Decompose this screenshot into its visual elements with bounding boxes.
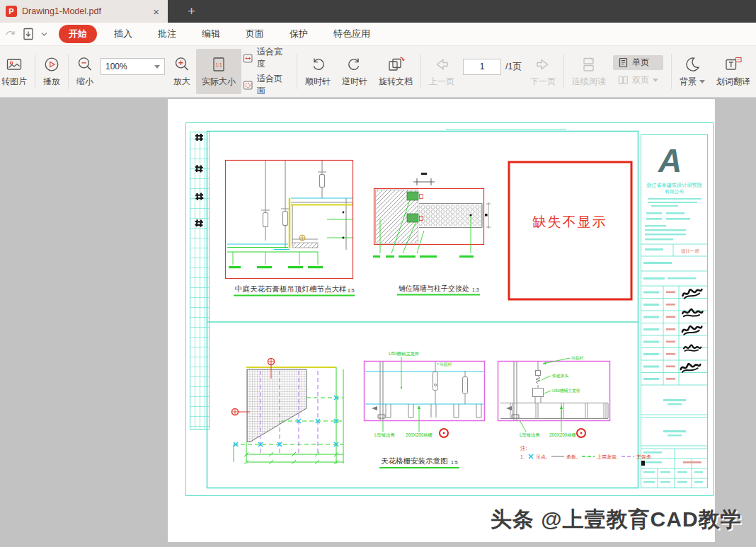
title-block: A 浙江省泰建筑设计研究院 有限公司	[641, 142, 708, 488]
toolbar-separator	[35, 54, 35, 89]
to-image-button[interactable]: 转图片	[0, 49, 33, 94]
label-trim-a: L型修边角	[374, 432, 395, 438]
prev-page-button[interactable]: 上一页	[423, 49, 460, 94]
export-document-icon[interactable]	[21, 27, 35, 41]
menu-item-protect[interactable]: 保护	[281, 25, 316, 42]
fit-width-icon	[243, 53, 253, 64]
actual-size-button[interactable]: 1:1 实际大小	[196, 49, 241, 94]
zoom-in-button[interactable]: 放大	[168, 49, 196, 94]
zoom-level-select[interactable]: 100%	[101, 58, 165, 75]
detail-grille-install-section-b: 吊筋杆 快速接头 U50槽钢主龙骨 L型修边角 200X200格栅	[498, 356, 610, 438]
label-rod-b: 吊筋杆	[571, 356, 584, 360]
toolbar-separator	[420, 54, 421, 89]
detail-grid-layout-plan	[231, 358, 343, 464]
rotate-document-icon	[386, 56, 405, 73]
toolbar: 转图片 播放 缩小 100% 放大 1:1 实际大小 适合宽度	[0, 46, 756, 98]
detail-grille-install-section-a: U50槽钢主龙骨 吊筋杆 L型修边角 200X200格栅	[365, 351, 485, 438]
titleblock-fine-print	[643, 198, 703, 483]
caption-detail2: 铺位隔墙与柱子交接处	[399, 284, 469, 292]
label-grid-b: 200X200格栅	[549, 432, 577, 438]
label-u50-a: U50槽钢主龙骨	[389, 351, 419, 356]
toolbar-separator	[671, 54, 672, 89]
legend-note: 注: 1. 吊点, 条板, 上层龙骨, 主骨条.	[520, 445, 653, 460]
page-navigation: /1页	[463, 59, 522, 75]
label-trim-b: L型修边角	[520, 432, 540, 438]
tab-bar: P Drawing1-Model.pdf × +	[0, 0, 756, 23]
tab-strip: +	[168, 0, 756, 23]
caption-detail3-scale: 1:5	[451, 460, 458, 465]
new-tab-button[interactable]: +	[188, 4, 195, 19]
sheet-frame	[186, 123, 714, 496]
detail-lightcove-section	[226, 161, 353, 279]
play-icon	[43, 56, 60, 73]
company-logo: A	[658, 142, 682, 179]
rotate-ccw-icon	[346, 56, 363, 73]
label-joint-b: 快速接头	[551, 374, 568, 378]
page-view-options: 单页 双页	[613, 55, 663, 88]
detail-partition-column	[373, 173, 491, 258]
pdf-page: 缺失不显示 中庭天花石膏板吊顶灯槽节点大样 1:5 铺位隔墙与柱子交接处 1:3…	[168, 99, 715, 542]
menu-item-home[interactable]: 开始	[59, 25, 97, 43]
single-page-icon	[618, 57, 629, 68]
continuous-read-icon	[580, 56, 597, 73]
menu-item-special[interactable]: 特色应用	[325, 25, 379, 42]
note-hang-point: 吊点,	[536, 454, 547, 460]
caption-detail1: 中庭天花石膏板吊顶灯槽节点大样	[235, 284, 347, 293]
svg-text:1:1: 1:1	[215, 62, 222, 67]
company-name: 浙江省泰建筑设计研究院	[646, 182, 702, 188]
zoom-in-icon	[173, 56, 190, 73]
play-button[interactable]: 播放	[38, 49, 66, 94]
dropdown-arrow-icon	[699, 80, 705, 84]
redo-icon[interactable]	[4, 28, 17, 40]
chevron-down-icon[interactable]	[40, 30, 49, 39]
background-button[interactable]: 背景	[674, 49, 711, 94]
fit-width-button[interactable]: 适合宽度	[243, 46, 290, 70]
rotate-ccw-button[interactable]: 逆时针	[336, 49, 373, 94]
menu-bar: 开始 插入 批注 编辑 页面 保护 特色应用	[0, 23, 756, 46]
fit-options: 适合宽度 适合页面	[243, 46, 290, 97]
image-icon	[6, 56, 23, 73]
zoom-out-button[interactable]: 缩小	[71, 49, 99, 94]
note-title: 注:	[520, 445, 527, 451]
translate-button[interactable]: 划词翻译	[711, 49, 756, 94]
single-page-button[interactable]: 单页	[613, 55, 663, 70]
note-number: 1.	[520, 454, 525, 459]
note-strip: 条板,	[566, 454, 578, 459]
page-number-input[interactable]	[463, 59, 501, 75]
menu-item-edit[interactable]: 编辑	[193, 25, 229, 42]
fit-page-button[interactable]: 适合页面	[243, 73, 290, 97]
rotate-cw-button[interactable]: 顺时针	[299, 49, 336, 94]
note-upper-joist: 上层龙骨,	[597, 454, 618, 459]
rotate-cw-icon	[309, 56, 326, 73]
company-name-2: 有限公司	[665, 189, 684, 194]
label-rod-a: 吊筋杆	[440, 362, 452, 367]
rotate-document-button[interactable]: 旋转文档	[373, 49, 418, 94]
close-tab-icon[interactable]: ×	[150, 6, 162, 18]
next-page-icon	[534, 56, 552, 73]
double-page-button[interactable]: 双页	[613, 73, 663, 88]
zoom-out-icon	[76, 56, 93, 73]
label-grid-a: 200X200格栅	[406, 432, 433, 438]
toolbar-separator	[297, 54, 297, 89]
continuous-read-button[interactable]: 连续阅读	[566, 49, 612, 94]
menu-item-comment[interactable]: 批注	[149, 25, 185, 42]
page-total-label: /1页	[505, 61, 522, 73]
signature-scribbles	[680, 288, 702, 372]
toolbar-separator	[563, 54, 564, 89]
caption-detail2-scale: 1:3	[472, 287, 479, 292]
prev-page-icon	[433, 56, 451, 73]
pdf-file-icon: P	[6, 6, 17, 17]
document-viewport[interactable]: 缺失不显示 中庭天花石膏板吊顶灯槽节点大样 1:5 铺位隔墙与柱子交接处 1:3…	[0, 98, 756, 547]
document-tab[interactable]: P Drawing1-Model.pdf ×	[0, 0, 168, 23]
toolbar-separator	[68, 54, 69, 89]
dropdown-arrow-icon	[154, 65, 160, 69]
menu-item-page[interactable]: 页面	[237, 25, 273, 42]
moon-icon	[684, 56, 701, 73]
design-department: 设计一所	[681, 248, 700, 253]
menu-item-insert[interactable]: 插入	[105, 25, 141, 42]
label-u50-b: U50槽钢主龙骨	[552, 388, 580, 393]
caption-detail3: 天花格栅安装示意图	[381, 456, 448, 465]
cad-sheet: 缺失不显示 中庭天花石膏板吊顶灯槽节点大样 1:5 铺位隔墙与柱子交接处 1:3…	[168, 99, 715, 542]
next-page-button[interactable]: 下一页	[525, 49, 561, 94]
double-page-icon	[618, 75, 629, 86]
